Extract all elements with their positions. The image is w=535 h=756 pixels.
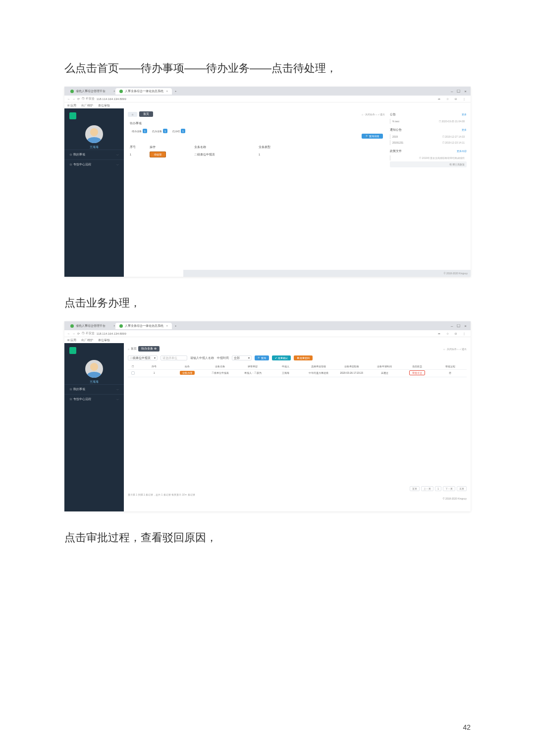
section-title-todo: 待办事项 bbox=[130, 122, 385, 125]
nav-back-icon[interactable]: ← bbox=[67, 332, 70, 335]
menu-toggle-button[interactable] bbox=[69, 347, 76, 354]
apps-icon[interactable]: Ⅲ 应用 bbox=[67, 339, 76, 342]
policy-card[interactable]: 培 博士后政策 bbox=[390, 161, 467, 167]
th-process: 审批过程 bbox=[434, 363, 467, 370]
profile-icon[interactable]: Θ bbox=[455, 332, 457, 335]
filter-done[interactable]: 已办业务1 bbox=[150, 128, 169, 134]
policy-item[interactable]: ☐ 2019年度农业高级职称初审结构成绩衔 bbox=[390, 155, 467, 160]
th-position: 业务类型职务 bbox=[335, 363, 368, 370]
org-select[interactable]: 请选择单位 bbox=[160, 355, 187, 360]
batch-reject-button[interactable]: 🖺 批量驳回 bbox=[294, 355, 313, 360]
page-next[interactable]: 下一页 bbox=[443, 486, 455, 491]
tab-meta[interactable]: ⌂ · 关闭操作 › ⤾ 退出 bbox=[443, 348, 467, 351]
bookmark-item[interactable]: 单位审核 bbox=[98, 339, 110, 342]
page-prev[interactable]: 上一页 bbox=[421, 486, 433, 491]
batch-confirm-button[interactable]: ✔ 批量确认 bbox=[272, 355, 290, 360]
page-tabs: ⌂ 首页 ⌂ · 关闭操作 › ⤾ 退出 bbox=[128, 111, 385, 117]
crumb-home[interactable]: 首页 bbox=[131, 347, 137, 351]
th-level: 选择类别等级 bbox=[302, 363, 335, 370]
bookmark-item[interactable]: 出厂维护 bbox=[81, 339, 93, 342]
tab-meta[interactable]: ⌂ · 关闭操作 › ⤾ 退出 bbox=[362, 113, 385, 116]
sidebar-item-tech-flow[interactable]: ☆ 专技中心流程 ﹀ bbox=[64, 159, 124, 169]
more-link[interactable]: 更多内容 bbox=[457, 150, 467, 153]
grid-header: ☐ 序号 操作 业务名称 评审类型 申报人 选择类别等级 业务类型职务 业务申请… bbox=[128, 363, 467, 370]
filter-finished[interactable]: 已办结1 bbox=[170, 128, 187, 134]
notice-item[interactable]: 20191231 ☐ 2019-12-23 14:11 bbox=[390, 140, 467, 145]
announce-item[interactable]: % test ☐ 2020-03-25 21:04:08 bbox=[390, 119, 467, 124]
screenshot-2: 省统人事综合管理平台 × 人事业务综合一体化信息系统 × + – ☐ × ← →… bbox=[64, 321, 471, 511]
more-link[interactable]: 更多 bbox=[462, 113, 467, 116]
tab-main[interactable]: 首页 bbox=[139, 111, 153, 117]
th-reviewtype: 评审类型 bbox=[236, 363, 269, 370]
close-window-icon[interactable]: × bbox=[464, 324, 467, 328]
sidebar: 王海海 ☆ 我的事项 ﹀ ☆ 专技中心流程 ﹀ bbox=[64, 343, 124, 511]
crumb-todo[interactable]: 待办业务 ⊗ bbox=[138, 346, 160, 352]
page-number-1[interactable]: 1 bbox=[435, 486, 441, 491]
sidebar-item-label: ☆ 我的事项 bbox=[69, 388, 85, 391]
sidebar-item-tech-flow[interactable]: ☆ 专技中心流程 ﹀ bbox=[64, 394, 124, 404]
cell-check[interactable] bbox=[128, 370, 138, 377]
tab-home[interactable]: ⌂ bbox=[128, 112, 137, 117]
nav-forward-icon[interactable]: → bbox=[72, 332, 75, 335]
biz-type-select[interactable]: 二级单位申报表 ▾ bbox=[128, 355, 158, 360]
home-icon[interactable]: ⌂ bbox=[128, 348, 129, 351]
nav-back-icon[interactable]: ← bbox=[67, 98, 70, 101]
share-icon[interactable]: ➦ bbox=[438, 98, 440, 101]
star-icon[interactable]: ☆ bbox=[446, 98, 449, 101]
nav-forward-icon[interactable]: → bbox=[72, 98, 75, 101]
breadcrumb: ⌂ 首页 待办业务 ⊗ ⌂ · 关闭操作 › ⤾ 退出 bbox=[128, 346, 467, 352]
cell-index: 1 bbox=[138, 370, 170, 377]
th-applicant: 申报人 bbox=[269, 363, 302, 370]
pending-button[interactable]: 待处理 bbox=[150, 151, 166, 157]
minimize-icon[interactable]: – bbox=[451, 89, 453, 94]
menu-toggle-button[interactable] bbox=[69, 112, 76, 119]
bookmark-bar: Ⅲ 应用 出厂维护 单位审核 bbox=[64, 102, 471, 108]
app-body: 王海海 ☆ 我的事项 ﹀ ☆ 专技中心流程 ﹀ ⌂ 首页 ⌂ · 关闭操作 › … bbox=[64, 108, 471, 277]
bookmark-item[interactable]: 出厂维护 bbox=[81, 104, 93, 107]
browser-tab-1[interactable]: 省统人事综合管理平台 bbox=[66, 323, 109, 329]
page-last[interactable]: 末页 bbox=[457, 486, 467, 491]
browser-tab-2[interactable]: 人事业务综合一体化信息系统 × bbox=[115, 88, 172, 95]
menu-icon[interactable]: ⋮ bbox=[463, 332, 466, 335]
more-link[interactable]: 更多 bbox=[462, 128, 467, 132]
close-icon[interactable]: × bbox=[113, 324, 115, 327]
cell-process[interactable]: 审批令过 bbox=[401, 370, 433, 377]
grid-row: 1 业务办理 二级单位申报表 单报人：二孩为 王海海 中华街道办事处级 2020… bbox=[128, 370, 467, 377]
browser-tab-2[interactable]: 人事业务综合一体化信息系统 × bbox=[115, 323, 172, 329]
url-text[interactable]: 118.114.164.134:8099 bbox=[97, 332, 126, 335]
cell-operation[interactable]: 待处理 bbox=[150, 153, 194, 156]
pagination: 首页 上一页 1 下一页 末页 bbox=[128, 486, 467, 491]
share-icon[interactable]: ➦ bbox=[438, 332, 440, 335]
filter-todo[interactable]: 待办业务1 bbox=[130, 128, 149, 134]
profile-icon[interactable]: Θ bbox=[455, 98, 457, 101]
minimize-icon[interactable]: – bbox=[451, 324, 453, 328]
close-window-icon[interactable]: × bbox=[464, 89, 467, 94]
maximize-icon[interactable]: ☐ bbox=[457, 324, 460, 328]
reload-icon[interactable]: ⟳ bbox=[77, 332, 80, 335]
th-check[interactable]: ☐ bbox=[128, 363, 138, 370]
sidebar-item-my-tasks[interactable]: ☆ 我的事项 ﹀ bbox=[64, 384, 124, 394]
url-text[interactable]: 118.114.164.134:8099 bbox=[97, 98, 126, 101]
status-select[interactable]: 全部 ▾ bbox=[232, 355, 252, 360]
security-label: ① 不安全 bbox=[82, 97, 95, 101]
bookmark-item[interactable]: 单位审核 bbox=[98, 104, 110, 107]
browser-tab-1[interactable]: 省统人事综合管理平台 bbox=[66, 88, 109, 95]
menu-icon[interactable]: ⋮ bbox=[463, 98, 466, 101]
search-button[interactable]: 🔍 查询 bbox=[255, 355, 269, 360]
sidebar-item-my-tasks[interactable]: ☆ 我的事项 ﹀ bbox=[64, 150, 124, 159]
cell-operation[interactable]: 业务办理 bbox=[170, 370, 203, 377]
new-tab-button[interactable]: + bbox=[175, 324, 177, 327]
star-icon[interactable]: ☆ bbox=[446, 332, 449, 335]
close-icon[interactable]: × bbox=[113, 90, 115, 93]
handle-business-button[interactable]: 业务办理 bbox=[180, 371, 195, 375]
close-icon[interactable]: × bbox=[166, 90, 168, 93]
page-first[interactable]: 首页 bbox=[410, 486, 420, 491]
approval-process-button[interactable]: 审批令过 bbox=[409, 370, 425, 375]
reload-icon[interactable]: ⟳ bbox=[77, 97, 80, 101]
close-icon[interactable]: × bbox=[166, 324, 168, 327]
query-detail-button[interactable]: 🔍 查询详情 bbox=[362, 134, 383, 139]
new-tab-button[interactable]: + bbox=[175, 90, 177, 93]
maximize-icon[interactable]: ☐ bbox=[457, 89, 460, 94]
apps-icon[interactable]: Ⅲ 应用 bbox=[67, 104, 76, 107]
notice-item[interactable]: 2019 ☐ 2019-12-27 14:33 bbox=[390, 134, 467, 139]
